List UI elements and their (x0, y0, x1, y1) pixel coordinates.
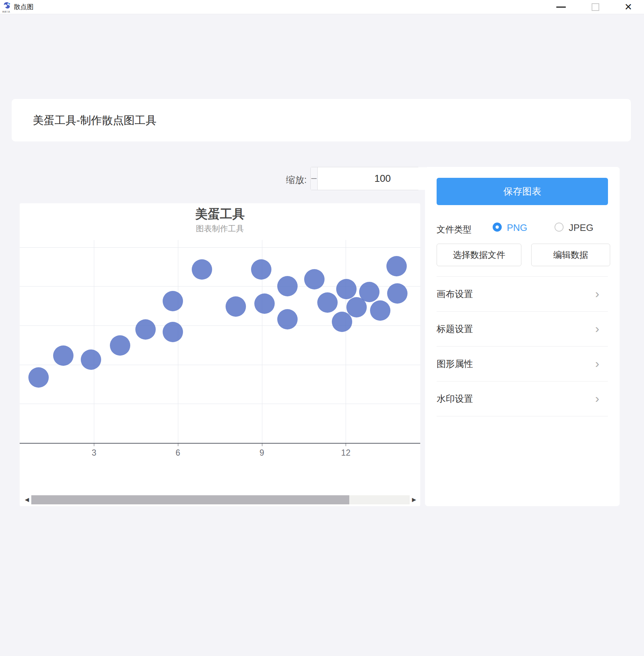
x-tick-label: 3 (83, 448, 105, 458)
scatter-point[interactable] (277, 309, 298, 329)
zoom-stepper: − + (310, 167, 419, 190)
header-card: 美蛋工具-制作散点图工具 (12, 99, 631, 141)
scatter-point[interactable] (254, 293, 275, 314)
settings-item-canvas[interactable]: 画布设置 › (437, 276, 608, 311)
app-logo-icon: 美蛋工具 (2, 1, 12, 10)
scatter-point[interactable] (163, 291, 183, 311)
chevron-right-icon: › (595, 321, 599, 335)
scatter-point[interactable] (317, 292, 338, 313)
settings-list: 画布设置 › 标题设置 › 图形属性 › 水印设置 › (437, 276, 608, 416)
choose-data-file-button[interactable]: 选择数据文件 (437, 244, 521, 266)
x-tick-mark (178, 444, 178, 446)
x-gridline (346, 240, 346, 443)
logo-caption: 美蛋工具 (2, 11, 13, 13)
scatter-point[interactable] (304, 269, 325, 289)
edit-data-button[interactable]: 编辑数据 (531, 244, 610, 266)
close-icon: ✕ (624, 0, 632, 14)
scatter-point[interactable] (387, 283, 408, 304)
chevron-right-icon: › (595, 391, 599, 405)
minimize-icon (556, 7, 566, 8)
minimize-button[interactable] (551, 0, 571, 14)
scrollbar-track[interactable] (31, 495, 410, 504)
y-gridline (20, 365, 420, 365)
page-title: 美蛋工具-制作散点图工具 (33, 99, 156, 141)
settings-item-title[interactable]: 标题设置 › (437, 311, 608, 346)
scatter-point[interactable] (332, 312, 352, 332)
scatter-point[interactable] (386, 256, 407, 276)
window-titlebar: 美蛋工具 散点图 ✕ (0, 0, 644, 14)
jpeg-radio[interactable] (554, 223, 564, 232)
x-tick-label: 12 (335, 448, 357, 458)
maximize-icon (592, 3, 599, 11)
scatter-point[interactable] (163, 322, 183, 342)
y-gridline (20, 247, 420, 248)
png-radio-label[interactable]: PNG (507, 222, 527, 233)
chevron-right-icon: › (595, 286, 599, 300)
scatter-point[interactable] (28, 367, 49, 388)
x-tick-label: 9 (251, 448, 273, 458)
x-tick-mark (262, 444, 262, 446)
jpeg-radio-label[interactable]: JPEG (569, 222, 593, 233)
scatter-point[interactable] (251, 259, 271, 280)
settings-item-graphic[interactable]: 图形属性 › (437, 346, 608, 381)
maximize-button[interactable] (585, 0, 605, 14)
scatter-point[interactable] (359, 282, 379, 302)
scrollbar-thumb[interactable] (31, 495, 349, 504)
chevron-right-icon: › (595, 356, 599, 370)
scatter-point[interactable] (110, 335, 130, 356)
x-gridline (94, 240, 94, 443)
scatter-plot: 36912 (20, 203, 420, 491)
window-title: 散点图 (14, 0, 33, 14)
scatter-point[interactable] (81, 349, 101, 370)
x-gridline (178, 240, 178, 443)
scroll-left-icon[interactable]: ◀ (23, 495, 31, 504)
png-radio[interactable] (493, 223, 502, 232)
scatter-point[interactable] (277, 276, 298, 296)
save-chart-button[interactable]: 保存图表 (437, 178, 608, 205)
scroll-right-icon[interactable]: ▶ (410, 495, 418, 504)
close-button[interactable]: ✕ (618, 0, 639, 14)
file-type-label: 文件类型 (437, 224, 472, 235)
settings-panel: 保存图表 文件类型 PNG JPEG 选择数据文件 编辑数据 画布设置 › 标题… (425, 167, 620, 506)
zoom-out-button[interactable]: − (311, 167, 318, 190)
chart-card: 美蛋工具 图表制作工具 36912 ◀ ▶ (20, 203, 420, 506)
x-axis-line (20, 443, 420, 444)
scatter-point[interactable] (370, 300, 390, 321)
zoom-label: 缩放: (255, 174, 307, 186)
scatter-point[interactable] (336, 279, 357, 299)
scatter-point[interactable] (192, 259, 212, 280)
x-tick-mark (346, 444, 346, 446)
scatter-point[interactable] (135, 319, 156, 340)
y-gridline (20, 404, 420, 404)
x-tick-label: 6 (167, 448, 189, 458)
chart-horizontal-scrollbar: ◀ ▶ (23, 495, 418, 505)
x-tick-mark (94, 444, 94, 446)
y-gridline (20, 325, 420, 326)
settings-item-watermark[interactable]: 水印设置 › (437, 381, 608, 416)
scatter-point[interactable] (53, 345, 73, 366)
scatter-point[interactable] (226, 296, 246, 317)
